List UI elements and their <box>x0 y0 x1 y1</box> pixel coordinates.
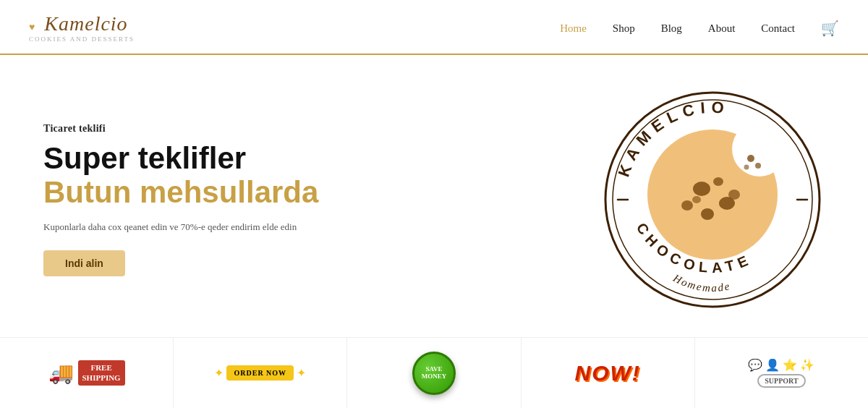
brand-name: Kamelcio <box>44 12 127 35</box>
cart-icon[interactable]: 🛒 <box>821 20 839 37</box>
header: ♥ Kamelcio cookies and desserts Home Sho… <box>0 0 868 55</box>
features-strip: 🚚 FREE SHIPPING ✦ ORDER NOW ✦ savemoney … <box>0 337 868 408</box>
free-badge: FREE SHIPPING <box>78 360 125 385</box>
truck-icon: 🚚 <box>48 361 74 385</box>
feature-order-now: ✦ ORDER NOW ✦ <box>174 338 347 408</box>
feature-save-money: savemoney <box>347 338 521 408</box>
brand-tagline: cookies and desserts <box>29 35 135 43</box>
order-now-label: ORDER NOW <box>234 369 286 377</box>
star-right-icon: ✦ <box>297 366 306 380</box>
support-icons: 💬 👤 ⭐ ✨ <box>748 358 814 372</box>
kamelcio-logo-svg: KAMELCIO CHOCOLATE Homemade <box>600 88 825 312</box>
feature-free-shipping: 🚚 FREE SHIPPING <box>0 338 174 408</box>
svg-point-7 <box>701 208 714 220</box>
nav-shop[interactable]: Shop <box>613 22 635 35</box>
svg-point-10 <box>728 190 740 200</box>
cta-button[interactable]: Indi alin <box>43 250 125 276</box>
svg-point-12 <box>747 155 754 162</box>
logo: ♥ Kamelcio cookies and desserts <box>29 14 135 43</box>
chat-icon: 💬 <box>748 358 762 372</box>
svg-point-5 <box>693 182 710 196</box>
hero-logo-image: KAMELCIO CHOCOLATE Homemade <box>600 88 825 312</box>
nav-contact[interactable]: Contact <box>761 22 795 35</box>
nav-home[interactable]: Home <box>560 22 587 35</box>
hero-section: Ticaret teklifi Super teklifler Butun me… <box>0 55 868 337</box>
save-label: savemoney <box>422 366 447 381</box>
logo-heart-icon: ♥ <box>29 22 35 33</box>
sparkle-icon: ✨ <box>800 358 814 372</box>
nav-blog[interactable]: Blog <box>661 22 682 35</box>
logo-text: ♥ Kamelcio <box>29 14 128 34</box>
svg-point-9 <box>713 177 723 186</box>
save-money-badge: savemoney <box>412 352 456 395</box>
hero-description: Kuponlarla daha cox qeanet edin ve 70%-e… <box>43 221 318 233</box>
star-icon: ⭐ <box>783 358 797 372</box>
svg-point-8 <box>681 200 693 211</box>
star-left-icon: ✦ <box>214 366 224 380</box>
svg-point-11 <box>692 196 701 203</box>
hero-title-gold: Butun mehsullarda <box>43 175 318 210</box>
svg-point-4 <box>732 122 787 177</box>
hero-subtitle: Ticaret teklifi <box>43 123 318 135</box>
svg-point-13 <box>755 163 761 169</box>
order-badge: ORDER NOW <box>226 365 294 381</box>
shipping-label: SHIPPING <box>82 373 121 383</box>
nav-about[interactable]: About <box>708 22 736 35</box>
svg-point-14 <box>744 165 749 170</box>
hero-title-black: Super teklifler <box>43 142 318 175</box>
main-nav: Home Shop Blog About Contact 🛒 <box>560 20 839 37</box>
person-icon: 👤 <box>765 358 780 372</box>
support-wrapper: 💬 👤 ⭐ ✨ SUPPORT <box>748 358 814 388</box>
hero-content: Ticaret teklifi Super teklifler Butun me… <box>43 123 318 276</box>
now-badge: NOW! <box>575 361 641 386</box>
feature-now: NOW! <box>522 338 695 408</box>
free-label: FREE <box>82 363 121 373</box>
support-label: SUPPORT <box>757 374 805 388</box>
feature-support: 💬 👤 ⭐ ✨ SUPPORT <box>695 338 868 408</box>
